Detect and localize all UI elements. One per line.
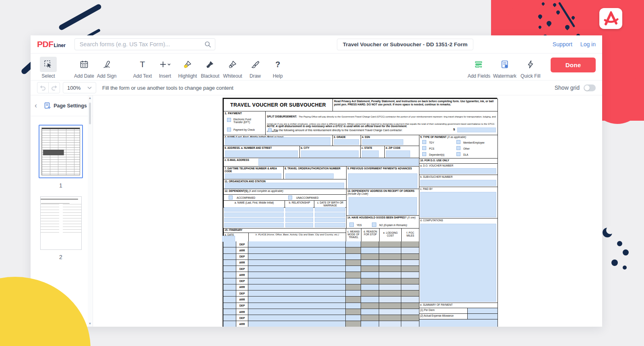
itinerary-place-cell[interactable] xyxy=(248,284,346,290)
itinerary-date-cell[interactable] xyxy=(223,309,236,315)
name-input[interactable] xyxy=(225,137,330,145)
itinerary-lodging-cell[interactable] xyxy=(379,254,401,260)
zip-input[interactable] xyxy=(386,150,410,157)
itinerary-lodging-cell[interactable] xyxy=(379,278,401,284)
tdy-checkbox[interactable] xyxy=(422,140,426,144)
itinerary-poc-cell[interactable] xyxy=(401,303,419,309)
itinerary-lodging-cell[interactable] xyxy=(379,309,401,315)
collapse-sidebar-button[interactable]: ‹ xyxy=(35,101,43,110)
itinerary-means-cell[interactable] xyxy=(346,297,361,303)
computations-area[interactable] xyxy=(420,224,496,302)
itinerary-date-cell[interactable] xyxy=(223,247,236,253)
itinerary-reason-cell[interactable] xyxy=(361,272,379,278)
itinerary-lodging-cell[interactable] xyxy=(379,297,401,303)
insert-button[interactable]: Insert xyxy=(154,57,176,79)
pcs-checkbox[interactable] xyxy=(422,146,426,150)
itinerary-place-cell[interactable] xyxy=(248,290,346,297)
watermark-button[interactable]: Watermark xyxy=(492,57,518,79)
itinerary-date-cell[interactable] xyxy=(223,241,236,247)
dependent-input-cell[interactable] xyxy=(285,212,313,217)
dependent-input-cell[interactable] xyxy=(315,212,345,217)
itinerary-poc-cell[interactable] xyxy=(401,315,419,321)
dependent-input-cell[interactable] xyxy=(315,223,345,227)
scroll-down-icon[interactable]: ▼ xyxy=(89,321,92,327)
page-thumbnail-1-selected[interactable] xyxy=(39,125,83,178)
scrollbar-thumb[interactable] xyxy=(89,103,91,124)
itinerary-reason-cell[interactable] xyxy=(361,254,379,260)
undo-button[interactable] xyxy=(37,82,49,93)
pdfliner-logo[interactable]: PDF Liner xyxy=(37,39,66,49)
dependent-input-cell[interactable] xyxy=(315,207,345,212)
dependent-input-cell[interactable] xyxy=(224,212,284,217)
itinerary-place-cell[interactable] xyxy=(248,254,346,260)
whiteout-button[interactable]: Whiteout xyxy=(221,57,244,79)
itinerary-reason-cell[interactable] xyxy=(361,266,379,272)
itinerary-date-cell[interactable] xyxy=(223,297,236,303)
itinerary-reason-cell[interactable] xyxy=(361,303,379,309)
login-link[interactable]: Log in xyxy=(580,41,596,47)
itinerary-poc-cell[interactable] xyxy=(401,272,419,278)
itinerary-poc-cell[interactable] xyxy=(401,309,419,315)
itinerary-date-cell[interactable] xyxy=(223,278,236,284)
itinerary-lodging-cell[interactable] xyxy=(379,284,401,290)
itinerary-poc-cell[interactable] xyxy=(401,284,419,290)
previous-payments-area[interactable] xyxy=(348,173,417,188)
itinerary-means-cell[interactable] xyxy=(346,272,361,278)
itinerary-means-cell[interactable] xyxy=(346,321,361,327)
dependent-input-cell[interactable] xyxy=(224,207,284,212)
subvoucher-number-input[interactable] xyxy=(420,180,496,186)
do-voucher-number-input[interactable] xyxy=(420,168,496,174)
itinerary-reason-cell[interactable] xyxy=(361,290,379,297)
itinerary-lodging-cell[interactable] xyxy=(379,266,401,272)
zoom-level-select[interactable]: 100% xyxy=(63,82,96,93)
redo-button[interactable] xyxy=(48,82,60,93)
itinerary-lodging-cell[interactable] xyxy=(379,315,401,321)
travel-order-input[interactable] xyxy=(285,173,334,179)
itinerary-lodging-cell[interactable] xyxy=(379,272,401,278)
blackout-button[interactable]: Blackout xyxy=(199,57,221,79)
itinerary-means-cell[interactable] xyxy=(346,315,361,321)
itinerary-place-cell[interactable] xyxy=(248,303,346,309)
itinerary-place-cell[interactable] xyxy=(248,266,346,272)
itinerary-reason-cell[interactable] xyxy=(361,284,379,290)
member-checkbox[interactable] xyxy=(456,140,460,144)
itinerary-poc-cell[interactable] xyxy=(401,290,419,297)
unaccompanied-checkbox[interactable] xyxy=(288,196,292,200)
itinerary-lodging-cell[interactable] xyxy=(379,247,401,253)
date-overlay-input[interactable] xyxy=(222,236,235,242)
done-button[interactable]: Done xyxy=(551,58,596,72)
organization-input[interactable] xyxy=(225,183,344,189)
itinerary-poc-cell[interactable] xyxy=(401,241,419,247)
paid-by-area[interactable] xyxy=(420,192,496,217)
select-tool-button[interactable]: Select xyxy=(37,57,60,79)
itinerary-poc-cell[interactable] xyxy=(401,266,419,272)
highlight-button[interactable]: Highlight xyxy=(176,57,199,79)
grade-input[interactable] xyxy=(334,139,359,145)
itinerary-means-cell[interactable] xyxy=(346,260,361,266)
help-button[interactable]: ? Help xyxy=(266,57,289,79)
split-pay-checkbox[interactable] xyxy=(268,128,272,132)
dependent-input-cell[interactable] xyxy=(315,218,345,222)
summary-continued-cell[interactable] xyxy=(419,319,498,327)
eft-checkbox[interactable] xyxy=(227,118,231,122)
itinerary-date-cell[interactable] xyxy=(223,272,236,278)
itinerary-poc-cell[interactable] xyxy=(401,321,419,327)
itinerary-place-cell[interactable] xyxy=(248,272,346,278)
page-settings-button[interactable]: Page Settings xyxy=(44,102,87,109)
document-canvas[interactable]: TRAVEL VOUCHER OR SUBVOUCHER Read Privac… xyxy=(93,95,602,327)
itinerary-place-cell[interactable] xyxy=(248,309,346,315)
scrollbar-track[interactable] xyxy=(88,101,92,321)
itinerary-lodging-cell[interactable] xyxy=(379,241,401,247)
quick-fill-button[interactable]: Quick Fill xyxy=(518,57,543,79)
scroll-up-icon[interactable]: ▲ xyxy=(89,95,92,101)
email-input[interactable] xyxy=(258,159,419,166)
itinerary-means-cell[interactable] xyxy=(346,266,361,272)
itinerary-date-cell[interactable] xyxy=(223,303,236,309)
itinerary-lodging-cell[interactable] xyxy=(379,290,401,297)
itinerary-poc-cell[interactable] xyxy=(401,247,419,253)
itinerary-place-cell[interactable] xyxy=(248,247,346,253)
show-grid-toggle[interactable] xyxy=(584,84,596,91)
state-input[interactable] xyxy=(362,150,379,157)
itinerary-means-cell[interactable] xyxy=(346,241,361,247)
itinerary-place-cell[interactable] xyxy=(248,321,346,327)
